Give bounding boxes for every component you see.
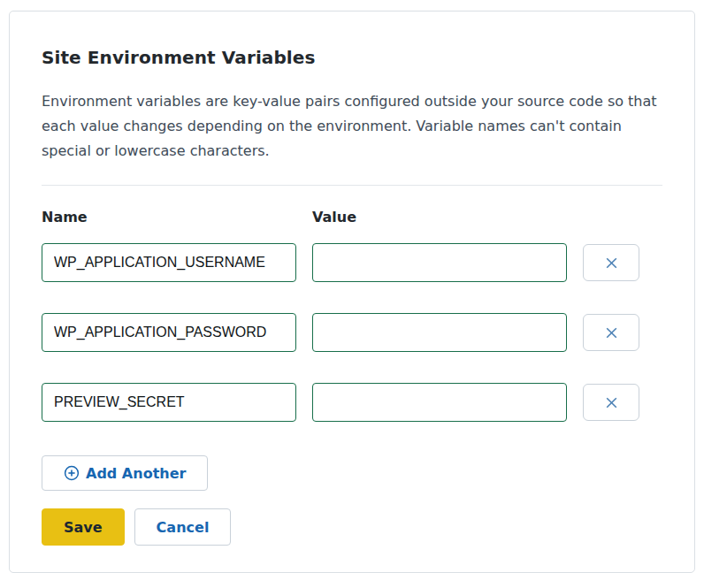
divider xyxy=(42,185,662,186)
plus-circle-icon xyxy=(64,465,80,481)
close-x-icon xyxy=(605,396,618,409)
variable-value-input[interactable] xyxy=(312,243,567,282)
column-header-value: Value xyxy=(312,209,567,225)
variable-name-input[interactable] xyxy=(42,243,296,282)
close-x-icon xyxy=(605,326,618,340)
column-headers: Name Value xyxy=(42,209,662,225)
remove-row-button[interactable] xyxy=(583,314,639,351)
column-header-name: Name xyxy=(42,209,296,225)
remove-row-button[interactable] xyxy=(583,244,639,281)
page-title: Site Environment Variables xyxy=(42,47,662,68)
variable-value-input[interactable] xyxy=(312,313,567,352)
variable-rows xyxy=(42,243,662,422)
variable-row xyxy=(42,243,662,282)
cancel-button[interactable]: Cancel xyxy=(134,508,232,546)
close-x-icon xyxy=(605,256,618,270)
variable-name-input[interactable] xyxy=(42,313,296,352)
description-text: Environment variables are key-value pair… xyxy=(42,89,662,164)
remove-row-button[interactable] xyxy=(583,384,639,421)
variable-row xyxy=(42,313,662,352)
add-another-label: Add Another xyxy=(86,465,186,482)
site-environment-variables-card: Site Environment Variables Environment v… xyxy=(9,11,695,573)
add-another-button[interactable]: Add Another xyxy=(42,455,208,491)
variable-value-input[interactable] xyxy=(312,383,567,422)
save-button[interactable]: Save xyxy=(42,508,125,546)
variable-name-input[interactable] xyxy=(42,383,296,422)
form-actions: Save Cancel xyxy=(42,508,662,546)
variable-row xyxy=(42,383,662,422)
